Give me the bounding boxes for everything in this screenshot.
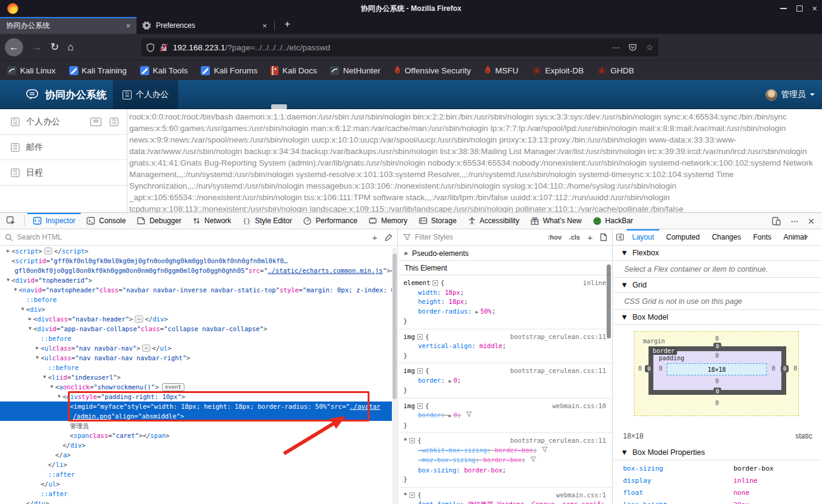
flexbox-section-header[interactable]: ▼Flexbox <box>613 246 822 261</box>
css-declaration[interactable]: width: 18px; <box>403 288 607 298</box>
more-tabs-icon[interactable]: ▼ <box>804 234 809 240</box>
bookmark-item[interactable]: Kali Docs <box>271 66 317 75</box>
url-text[interactable]: 192.168.223.1/?page=../../../../../etc/p… <box>173 43 611 52</box>
layout-tab-animat[interactable]: Animat▼ <box>778 229 814 246</box>
tree-row[interactable]: <span class="caret"></span> <box>0 431 392 440</box>
devtools-more-icon[interactable]: ⋯ <box>790 217 798 226</box>
layout-tab-layout[interactable]: Layout <box>627 229 659 246</box>
bookmark-item[interactable]: Kali Tools <box>140 66 188 75</box>
box-model-property[interactable]: floatnone <box>613 486 822 499</box>
tree-row[interactable]: ::after <box>0 469 392 479</box>
tab-close-icon[interactable]: × <box>126 21 130 30</box>
maximize-button[interactable] <box>797 5 803 12</box>
expand-arrow-icon[interactable]: ▼ <box>5 275 12 285</box>
bookmark-item[interactable]: Kali Forums <box>201 66 257 75</box>
expand-arrow-icon[interactable]: ▶ <box>5 246 12 256</box>
expand-value-icon[interactable]: ▶ <box>476 309 479 315</box>
css-rule[interactable]: webmain.css:10img{border: ▶0;} <box>399 398 612 434</box>
tab-close-icon[interactable]: × <box>262 21 267 30</box>
sidebar-collapse-icon[interactable] <box>616 233 624 241</box>
back-button[interactable]: ← <box>5 38 23 56</box>
minimize-button[interactable] <box>780 8 787 9</box>
css-declaration[interactable]: -moz-box-sizing: border-box; <box>403 455 607 466</box>
pocket-icon[interactable] <box>628 43 637 52</box>
css-declaration[interactable]: height: 18px; <box>403 297 607 307</box>
tree-row[interactable]: ::after <box>0 489 392 499</box>
bookmark-item[interactable]: GHDB <box>597 66 634 75</box>
shield-icon[interactable] <box>146 43 155 52</box>
bookmark-item[interactable]: Kali Linux <box>7 66 56 75</box>
devtools-tab-accessibility[interactable]: Accessibility <box>462 213 525 229</box>
tree-row[interactable]: ::before <box>0 363 392 372</box>
tree-row[interactable]: </li> <box>0 460 392 469</box>
layout-tab-changes[interactable]: Changes <box>706 229 746 246</box>
tree-row[interactable]: ▼<div id="app-navbar-collapse" class="co… <box>0 324 392 334</box>
css-rule[interactable]: bootstrap_cerulean.css:11*{-webkit-box-s… <box>399 433 612 488</box>
tree-row[interactable]: </div> <box>0 440 392 450</box>
devtools-tab-memory[interactable]: Memory <box>363 213 413 229</box>
devtools-tab-console[interactable]: Console <box>81 213 131 229</box>
devtools-tab-hackbar[interactable]: HackBar <box>587 213 639 229</box>
expand-value-icon[interactable]: ▶ <box>449 378 452 384</box>
bookmark-item[interactable]: Exploit-DB <box>532 66 584 75</box>
pseudo-elements-header[interactable]: ▶Pseudo-elements <box>399 246 612 261</box>
page-actions-icon[interactable]: ⋯ <box>611 42 620 52</box>
stylesheet-link[interactable]: webmain.css:10 <box>552 402 606 409</box>
stylesheet-icon[interactable] <box>600 233 607 241</box>
tree-row[interactable]: gfl0on0kf0jo0ggl0on0kf0kh0ggm0on0nm0gfn0… <box>0 266 392 275</box>
url-bar[interactable]: 192.168.223.1/?page=../../../../../etc/p… <box>141 38 658 56</box>
css-declaration[interactable]: font-family: 微软雅黑,Verdana, Geneva, sans-… <box>403 500 607 504</box>
reload-button[interactable]: ↻ <box>50 41 59 53</box>
expand-arrow-icon[interactable]: ▼ <box>27 324 33 334</box>
tree-row[interactable]: ▼<div style="padding-right: 10px"> <box>0 392 392 402</box>
expand-arrow-icon[interactable]: ▼ <box>56 392 62 402</box>
box-model-property[interactable]: displayinline <box>613 474 822 486</box>
insecure-lock-icon[interactable] <box>160 43 168 52</box>
class-toggle-button[interactable]: .cls <box>569 234 580 241</box>
devtools-tab-storage[interactable]: Storage <box>413 213 462 229</box>
browser-tab[interactable]: Preferences× <box>136 17 273 34</box>
new-rule-button[interactable]: + <box>587 232 593 243</box>
devtools-tab-performance[interactable]: Performance <box>297 213 363 229</box>
eyedropper-icon[interactable] <box>385 234 392 241</box>
responsive-mode-icon[interactable] <box>772 217 781 226</box>
expand-arrow-icon[interactable]: ▼ <box>41 372 48 382</box>
tree-row[interactable]: <script id="gff0kf0nl0gfk0ml0kg0mj0gfn0o… <box>0 256 392 266</box>
tree-row[interactable]: ▼<li id="indexuserl"> <box>0 372 392 382</box>
stylesheet-link[interactable]: webmain.css:1 <box>556 491 606 499</box>
devtools-close-icon[interactable]: ✕ <box>807 217 815 226</box>
box-model-diagram[interactable]: margin border padding 18×18 0 0 0 0 0 0 … <box>634 331 799 416</box>
search-html-input[interactable]: Search HTML <box>17 233 368 241</box>
selector-highlighter-icon[interactable] <box>409 438 415 443</box>
close-button[interactable]: × <box>812 4 817 13</box>
sidebar-item-1[interactable]: F108个人办公88F0C9 <box>0 109 127 135</box>
pick-element-icon[interactable] <box>0 213 22 229</box>
box-model-property[interactable]: line-height20px <box>613 499 822 504</box>
css-declaration[interactable]: border-radius: ▶50%; <box>403 307 607 317</box>
tree-row[interactable]: /admin.png" align="absmiddle"> <box>0 411 392 421</box>
tree-row[interactable]: ▼<div id="topheaderid"> <box>0 275 392 285</box>
box-model-property[interactable]: box-sizingborder-box <box>613 462 822 474</box>
tree-row[interactable]: ▶<ul class="nav navbar-nav">…</ul> <box>0 343 392 353</box>
add-node-button[interactable]: + <box>372 232 377 243</box>
devtools-tab-debugger[interactable]: Debugger <box>131 213 187 229</box>
devtools-tab-what-s-new[interactable]: What's New <box>525 213 587 229</box>
layout-tab-computed[interactable]: Computed <box>661 229 705 246</box>
css-declaration[interactable]: vertical-align: middle; <box>403 341 607 351</box>
grid-section-header[interactable]: ▼Grid <box>613 278 822 293</box>
devtools-tab-inspector[interactable]: Inspector <box>27 213 81 229</box>
expand-value-icon[interactable]: ▶ <box>449 413 452 418</box>
css-declaration[interactable]: border: ▶0; <box>403 411 607 421</box>
collapsed-content-badge[interactable]: … <box>44 247 52 255</box>
tree-row[interactable]: ▶<script>…</script> <box>0 246 392 256</box>
site-nav-tab-personal[interactable]: F108 个人办公 <box>113 80 178 109</box>
selector-highlighter-icon[interactable] <box>409 492 415 498</box>
expand-arrow-icon[interactable]: ▼ <box>49 382 55 392</box>
tree-row[interactable]: ▼<ul class="nav navbar-nav navbar-right"… <box>0 353 392 363</box>
css-declaration[interactable]: border: ▶0; <box>403 376 607 386</box>
tree-row[interactable]: ▼<div> <box>0 304 392 314</box>
css-rule[interactable]: bootstrap_cerulean.css:11img{border: ▶0;… <box>399 363 612 398</box>
css-rule[interactable]: bootstrap_cerulean.css:11img{vertical-al… <box>399 329 612 364</box>
browser-tab[interactable]: 协同办公系统× <box>0 17 136 34</box>
expand-arrow-icon[interactable]: ▶ <box>34 343 41 353</box>
